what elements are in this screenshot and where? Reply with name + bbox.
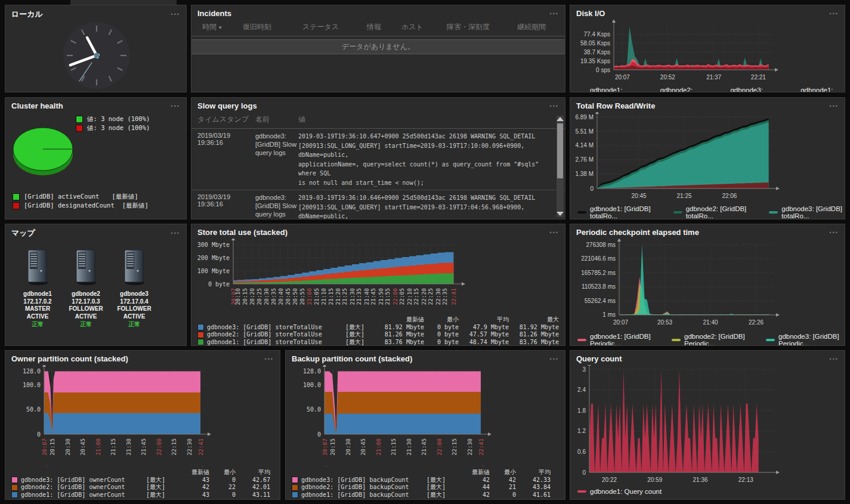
query-count-chart[interactable]: 32.41.81.20.6020:2220:5921:3622:13 bbox=[570, 365, 845, 487]
legend-item[interactable]: gdbnode1: [GridDB] Periodic... bbox=[577, 333, 656, 346]
column-time[interactable]: 時間 bbox=[202, 22, 243, 32]
svg-text:21:30: 21:30 bbox=[406, 438, 412, 456]
column-severity[interactable]: 障害・深刻度 bbox=[447, 22, 517, 32]
periodic-checkpoint-chart[interactable]: 276308 ms221046.6 ms165785.2 ms110523.8 … bbox=[570, 239, 845, 332]
legend-item[interactable]: gdbnode3: [GridDB] Periodic... bbox=[766, 333, 845, 346]
legend-row: gdbnode1: [GridDB] ownerCount[最大] 430 43… bbox=[11, 491, 280, 499]
log-timestamp: 2019/03/19 19:36:16 bbox=[197, 193, 255, 219]
svg-text:100 Mbyte: 100 Mbyte bbox=[197, 268, 230, 274]
legend-item[interactable]: gdbnode1: Disk read bbox=[788, 86, 845, 92]
column-name[interactable]: 名前 bbox=[255, 115, 298, 125]
clock-center-dot bbox=[94, 53, 100, 58]
svg-text:128.0: 128.0 bbox=[303, 368, 321, 375]
panel-menu-icon[interactable] bbox=[171, 103, 180, 109]
total-row-chart[interactable]: 6.89 M5.51 M4.14 M2.76 M1.38 M020:4521:2… bbox=[570, 112, 845, 204]
svg-text:20:07: 20:07 bbox=[615, 74, 630, 81]
svg-text:21:00: 21:00 bbox=[95, 438, 101, 456]
owner-partition-chart[interactable]: 128.0100.050.0020:0720:1520:3020:4521:00… bbox=[5, 365, 280, 469]
svg-text:22:25: 22:25 bbox=[427, 288, 434, 305]
disk-io-chart[interactable]: 77.4 Ksps58.05 Ksps38.7 Ksps19.35 Ksps0 … bbox=[570, 20, 845, 85]
panel-menu-icon[interactable] bbox=[830, 356, 839, 362]
node-state: ACTIVE bbox=[68, 313, 104, 321]
column-recovery-time[interactable]: 復旧時刻 bbox=[243, 22, 302, 32]
column-info[interactable]: 情報 bbox=[367, 22, 401, 32]
backup-partition-chart[interactable]: 128.0100.050.0020:0720:1520:3020:4521:00… bbox=[286, 365, 565, 469]
vertical-scrollbar[interactable] bbox=[557, 116, 564, 217]
scroll-up-icon[interactable] bbox=[557, 117, 564, 121]
panel-menu-icon[interactable] bbox=[830, 11, 839, 17]
svg-text:50.0: 50.0 bbox=[307, 406, 321, 413]
svg-text:22:13: 22:13 bbox=[738, 477, 753, 483]
svg-text:04/01: 04/01 bbox=[322, 465, 328, 466]
legend-item[interactable]: gdbnode2: [GridDB] totalRo... bbox=[673, 205, 749, 219]
svg-text:22:30: 22:30 bbox=[466, 438, 473, 456]
panel-disk-io: Disk I/O 77.4 Ksps58.05 Ksps38.7 Ksps19.… bbox=[570, 5, 845, 92]
server-icon bbox=[25, 249, 50, 286]
node-health: 正常 bbox=[116, 320, 152, 328]
store-total-use-chart[interactable]: 300 Mbyte200 Mbyte100 Mbyte0 byte20:0720… bbox=[191, 239, 565, 316]
svg-text:21:25: 21:25 bbox=[341, 288, 348, 305]
svg-text:3: 3 bbox=[582, 366, 586, 373]
node-name: gdbnode2 bbox=[68, 290, 104, 298]
slow-query-header-row: タイムスタンプ 名前 値 bbox=[191, 112, 565, 129]
panel-menu-icon[interactable] bbox=[171, 230, 180, 236]
panel-title: Owner partition count (stacked) bbox=[11, 354, 128, 363]
legend-item[interactable]: gdbnode2: Disk write bbox=[648, 86, 705, 92]
svg-text:22:10: 22:10 bbox=[406, 288, 413, 305]
panel-menu-icon[interactable] bbox=[830, 230, 839, 236]
legend-row: gdbnode1: [GridDB] backupCount[最大] 420 4… bbox=[292, 491, 565, 499]
cluster-series-legend: [GridDB] activeCount[最新値] [GridDB] desig… bbox=[13, 192, 149, 210]
svg-text:21:37: 21:37 bbox=[706, 74, 721, 81]
legend-row: gdbnode3: [GridDB] backupCount[最大] 4242 … bbox=[292, 477, 565, 484]
map-node-gdbnode1[interactable]: gdbnode1 172.17.0.2 MASTER ACTIVE 正常 bbox=[20, 249, 55, 328]
svg-text:20:10: 20:10 bbox=[234, 288, 241, 305]
panel-menu-icon[interactable] bbox=[550, 11, 559, 17]
scroll-down-icon[interactable] bbox=[557, 212, 564, 216]
svg-text:2.4: 2.4 bbox=[577, 386, 586, 393]
panel-title: Cluster health bbox=[11, 101, 63, 110]
panel-total-row-read-write: Total Row Read/Write 6.89 M5.51 M4.14 M2… bbox=[570, 97, 845, 219]
svg-text:0: 0 bbox=[317, 431, 321, 438]
log-value: 2019-03-19T19:36:10.647+0900 25d500d143a… bbox=[298, 132, 565, 187]
legend-item: [GridDB] designatedCount[最新値] bbox=[13, 201, 149, 210]
panel-menu-icon[interactable] bbox=[550, 103, 559, 109]
map-node-gdbnode2[interactable]: gdbnode2 172.17.0.3 FOLLOWER ACTIVE 正常 bbox=[68, 249, 104, 328]
legend-item: 値: 3 node (100%) bbox=[76, 115, 150, 123]
column-timestamp[interactable]: タイムスタンプ bbox=[197, 115, 255, 125]
legend-item: [GridDB] activeCount[最新値] bbox=[13, 192, 149, 201]
legend-item[interactable]: gdbnode1: Query count bbox=[577, 488, 662, 495]
column-status[interactable]: ステータス bbox=[302, 22, 367, 32]
panel-title: ローカル bbox=[11, 9, 43, 20]
svg-text:22:41: 22:41 bbox=[197, 438, 204, 456]
legend-item[interactable]: gdbnode2: [GridDB] Periodic... bbox=[672, 333, 750, 346]
column-duration[interactable]: 継続期間 bbox=[517, 22, 565, 32]
scrollbar-thumb[interactable] bbox=[557, 123, 563, 178]
svg-text:21:15: 21:15 bbox=[110, 438, 116, 456]
svg-text:21:40: 21:40 bbox=[703, 319, 718, 326]
panel-title: Incidents bbox=[197, 9, 231, 18]
panel-menu-icon[interactable] bbox=[550, 230, 559, 236]
svg-text:300 Mbyte: 300 Mbyte bbox=[197, 242, 230, 248]
legend-item[interactable]: gdbnode3: Disk write bbox=[718, 86, 775, 92]
panel-menu-icon[interactable] bbox=[830, 103, 839, 109]
svg-text:21:00: 21:00 bbox=[306, 288, 313, 305]
panel-menu-icon[interactable] bbox=[265, 356, 274, 362]
legend-item[interactable]: gdbnode1: [GridDB] totalRo... bbox=[577, 205, 653, 219]
legend-item[interactable]: gdbnode1: Disk write bbox=[577, 86, 635, 92]
svg-text:1.2: 1.2 bbox=[577, 428, 586, 434]
legend-item[interactable]: gdbnode3: [GridDB] totalRo... bbox=[769, 205, 845, 219]
panel-slow-query-logs: Slow query logs タイムスタンプ 名前 値 2019/03/19 … bbox=[191, 97, 565, 219]
server-icon bbox=[122, 249, 147, 286]
panel-menu-icon[interactable] bbox=[171, 11, 180, 17]
panel-backup-partition-count: Backup partition count (stacked) 128.010… bbox=[285, 350, 565, 500]
map-node-gdbnode3[interactable]: gdbnode3 172.17.0.4 FOLLOWER ACTIVE 正常 bbox=[116, 249, 152, 328]
column-value[interactable]: 値 bbox=[298, 115, 305, 125]
svg-text:20:45: 20:45 bbox=[285, 288, 291, 305]
node-name: gdbnode1 bbox=[20, 290, 55, 298]
column-host[interactable]: ホスト bbox=[401, 22, 447, 32]
svg-text:22:00: 22:00 bbox=[156, 438, 162, 456]
svg-text:22:00: 22:00 bbox=[392, 288, 398, 305]
svg-text:20:15: 20:15 bbox=[49, 438, 55, 456]
panel-menu-icon[interactable] bbox=[550, 356, 559, 362]
table-row: 2019/03/19 19:36:16 gdbnode3: [GridDB] S… bbox=[191, 129, 565, 190]
